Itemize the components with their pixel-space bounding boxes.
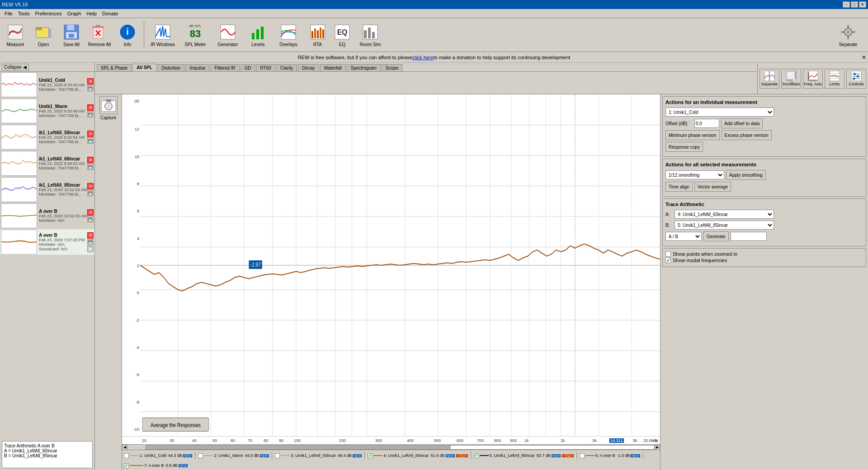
- measurement-save-icon[interactable]: 💾: [87, 111, 94, 118]
- legend-checkbox-1[interactable]: [124, 453, 129, 458]
- spl-meter-icon: dB SPL 83: [186, 23, 204, 41]
- menu-graph[interactable]: Graph: [65, 10, 84, 17]
- spl-meter-button[interactable]: dB SPL 83 SPL Meter: [179, 19, 211, 50]
- tab-decay[interactable]: Decay: [298, 64, 319, 71]
- generate-btn[interactable]: Generate: [703, 231, 729, 241]
- tab-filtered-ir[interactable]: Filtered IR: [210, 64, 239, 71]
- measurement-close-btn[interactable]: ✕: [87, 104, 94, 111]
- rta-button[interactable]: RTA: [305, 19, 330, 50]
- measurement-item[interactable]: ik1_LeftAll_50incar Feb 23, 2020 9:32:54…: [0, 124, 94, 150]
- legend-checkbox-6[interactable]: [580, 453, 585, 458]
- tab-rt60[interactable]: RT60: [256, 64, 275, 71]
- measurement-close-btn[interactable]: ✕: [87, 209, 94, 216]
- response-copy-btn[interactable]: Response copy: [665, 142, 703, 152]
- chart-area[interactable]: dB 12 10 8 6 4 2 0 -2 -4 -6 -8 -10: [122, 94, 660, 436]
- scrollbar-left-btn[interactable]: ◀: [122, 445, 127, 450]
- measurement-save-icon[interactable]: 💾: [87, 85, 94, 91]
- scrollbar-right-btn[interactable]: ▶: [655, 445, 660, 450]
- excess-phase-btn[interactable]: Excess phase version: [722, 130, 772, 140]
- measure-button[interactable]: Measure: [2, 19, 29, 50]
- measurement-export-icon[interactable]: 💾: [87, 239, 94, 245]
- legend-checkbox-3[interactable]: [275, 453, 280, 458]
- legend-checkbox-5[interactable]: ✓: [474, 453, 479, 458]
- levels-button[interactable]: Levels: [245, 19, 272, 50]
- measurement-close-btn[interactable]: ✕: [87, 232, 94, 239]
- tab-gd[interactable]: GD: [241, 64, 255, 71]
- measurement-close-btn[interactable]: ✕: [87, 131, 94, 137]
- scrollbars-button[interactable]: Scrollbars: [781, 69, 801, 89]
- tab-distortion[interactable]: Distortion: [157, 64, 184, 71]
- room-sim-button[interactable]: Room Sim: [354, 19, 386, 50]
- chart-scrollbar[interactable]: ◀ ▶: [122, 444, 660, 450]
- measurement-item[interactable]: A over B Feb 23, 2020 10:02:26 AM MicMet…: [0, 203, 94, 229]
- generator-button[interactable]: Generator: [212, 19, 244, 50]
- controls-button[interactable]: Controls: [846, 69, 866, 89]
- chart-canvas[interactable]: -2.97 Average the Responses: [140, 94, 660, 436]
- tab-spectrogram[interactable]: Spectrogram: [347, 64, 381, 71]
- legend-checkbox-7[interactable]: ✓: [124, 463, 129, 468]
- measurement-close-btn[interactable]: ✕: [87, 78, 94, 85]
- tab-all-spl[interactable]: All SPL: [132, 64, 156, 71]
- donation-link[interactable]: click here: [412, 55, 433, 60]
- measurement-save-icon[interactable]: 💾: [87, 190, 94, 196]
- eq-button[interactable]: EQ EQ: [331, 19, 354, 50]
- measurement-item[interactable]: ik1_LeftAll_60incar Feb 23, 2020 9:48:03…: [0, 150, 94, 177]
- tab-spl-phase[interactable]: SPL & Phase: [97, 64, 132, 71]
- vector-average-btn[interactable]: Vector average: [694, 182, 731, 192]
- tab-clarity[interactable]: Clarity: [276, 64, 297, 71]
- measurement-close-btn[interactable]: ✕: [87, 157, 94, 163]
- trace-a-select[interactable]: 4: Umik1_LeftAll_60incar: [675, 210, 774, 219]
- remove-all-button[interactable]: Remove All: [86, 19, 113, 50]
- smoothing-select[interactable]: 1/12 smoothing: [665, 170, 724, 179]
- measurement-save-icon[interactable]: 💾: [87, 216, 94, 222]
- trace-b-select[interactable]: 5: Umik1_LeftAll_85incar: [675, 221, 774, 230]
- freq-axis-button[interactable]: Freq. Axis: [803, 69, 823, 89]
- limits-button[interactable]: Limits: [825, 69, 844, 89]
- overlays-button[interactable]: Overlays: [273, 19, 304, 50]
- ir-windows-button[interactable]: IR Windows: [147, 19, 179, 50]
- show-points-row[interactable]: Show points when zoomed in: [665, 251, 863, 257]
- measurement-close-btn[interactable]: ✕: [87, 183, 94, 189]
- preferences-button[interactable]: Separate: [830, 19, 866, 50]
- trace-input[interactable]: [731, 232, 767, 241]
- open-button[interactable]: Open: [30, 19, 57, 50]
- scrollbar-track[interactable]: [146, 445, 655, 450]
- tab-impulse[interactable]: Impulse: [185, 64, 209, 71]
- offset-input[interactable]: [694, 119, 719, 128]
- menu-donate[interactable]: Donate: [99, 10, 121, 17]
- show-points-checkbox[interactable]: [665, 251, 671, 257]
- capture-button[interactable]: [99, 96, 118, 114]
- measurement-extra-icon[interactable]: 📋: [87, 246, 94, 252]
- save-all-button[interactable]: Save All: [58, 19, 85, 50]
- show-modal-row[interactable]: ✓ Show modal frequencies: [665, 258, 863, 263]
- legend-checkbox-2[interactable]: [198, 453, 203, 458]
- menu-file[interactable]: File: [2, 10, 15, 17]
- scrollbar-thumb[interactable]: [146, 446, 451, 449]
- measurement-select[interactable]: 1: Umik1_Cold: [665, 108, 774, 117]
- minimize-btn[interactable]: –: [843, 1, 850, 8]
- tab-waterfall[interactable]: Waterfall: [320, 64, 346, 71]
- legend-checkbox-4[interactable]: ✓: [368, 453, 373, 458]
- operation-select[interactable]: A / B: [665, 232, 702, 241]
- menu-preferences[interactable]: Preferences: [32, 10, 64, 17]
- measurement-save-icon[interactable]: 💾: [87, 137, 94, 144]
- measurement-item[interactable]: Umik1_Warm Feb 23, 2020 9:30:48 AM MicMe…: [0, 98, 94, 124]
- measurement-item[interactable]: ik1_LeftAll_85incar Feb 23, 2020 10:01:0…: [0, 177, 94, 203]
- measurement-item[interactable]: A over B Feb 23, 2020 7:07:20 PM MicMete…: [0, 229, 94, 255]
- menu-help[interactable]: Help: [84, 10, 99, 17]
- tab-scope[interactable]: Scope: [382, 64, 402, 71]
- collapse-button[interactable]: Collapse ◀: [2, 64, 29, 70]
- measurement-item[interactable]: Umik1_Cold Feb 23, 2020 9:29:43 AM MicMe…: [0, 72, 94, 98]
- show-modal-checkbox[interactable]: ✓: [665, 258, 671, 263]
- time-align-btn[interactable]: Time align: [665, 182, 693, 192]
- maximize-btn[interactable]: □: [851, 1, 858, 8]
- close-btn[interactable]: ✕: [859, 1, 866, 8]
- menu-tools[interactable]: Tools: [15, 10, 33, 17]
- apply-smoothing-btn[interactable]: Apply smoothing: [726, 170, 766, 180]
- donation-close-btn[interactable]: ✕: [862, 54, 866, 61]
- separate-button[interactable]: Separate: [760, 69, 779, 89]
- measurement-save-icon[interactable]: 💾: [87, 164, 94, 170]
- info-button[interactable]: i Info: [114, 19, 141, 50]
- add-offset-btn[interactable]: Add offset to data: [721, 118, 763, 128]
- min-phase-btn[interactable]: Minimum phase version: [665, 130, 720, 140]
